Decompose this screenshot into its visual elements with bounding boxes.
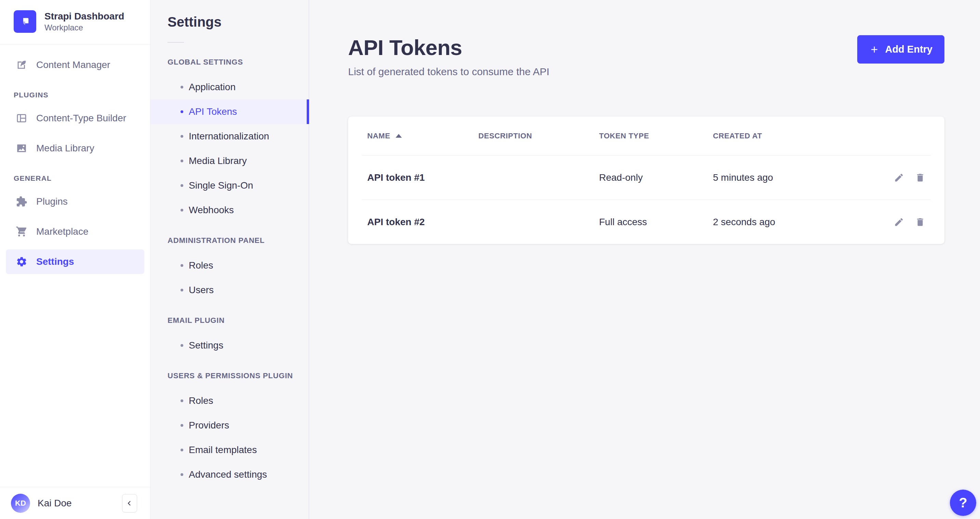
subnav-item-label: Roles	[189, 260, 213, 271]
cell-name: API token #1	[367, 172, 478, 183]
brand-subtitle: Workplace	[45, 23, 124, 32]
add-entry-label: Add Entry	[885, 44, 932, 55]
subnav-item-label: API Tokens	[189, 106, 237, 117]
subnav-section-users-permissions-plugin: USERS & PERMISSIONS PLUGIN	[167, 371, 309, 380]
subnav-item-advanced-settings[interactable]: Advanced settings	[150, 462, 309, 487]
column-header-created-at[interactable]: CREATED AT	[713, 132, 884, 140]
sort-ascending-icon[interactable]	[396, 134, 402, 138]
sidebar-item-label: Content-Type Builder	[36, 113, 126, 124]
edit-token-button[interactable]	[894, 173, 904, 183]
delete-token-button[interactable]	[915, 217, 925, 227]
bullet-icon	[181, 289, 183, 292]
subnav-item-webhooks[interactable]: Webhooks	[150, 198, 309, 222]
user-name: Kai Doe	[38, 498, 115, 509]
subnav-item-admin-users[interactable]: Users	[150, 278, 309, 302]
subnav-item-email-templates[interactable]: Email templates	[150, 438, 309, 462]
trash-icon	[915, 217, 925, 227]
shopping-cart-icon	[16, 226, 27, 238]
column-header-description[interactable]: DESCRIPTION	[478, 132, 599, 140]
page-subtitle: List of generated tokens to consume the …	[348, 66, 549, 78]
subnav-item-email-settings[interactable]: Settings	[150, 333, 309, 358]
subnav-item-application[interactable]: Application	[150, 75, 309, 99]
feather-pen-icon	[16, 59, 27, 71]
subnav-item-label: Single Sign-On	[189, 180, 253, 191]
nav-section-general: GENERAL	[14, 174, 150, 183]
subnav-item-single-sign-on[interactable]: Single Sign-On	[150, 173, 309, 198]
bullet-icon	[181, 399, 183, 402]
cell-created-at: 5 minutes ago	[713, 172, 884, 183]
sidebar-item-media-library[interactable]: Media Library	[6, 136, 144, 160]
page-title: API Tokens	[348, 35, 549, 60]
trash-icon	[915, 173, 925, 183]
nav-list: Content Manager PLUGINS Content-Type Bui…	[0, 44, 150, 274]
bullet-icon	[181, 135, 183, 138]
edit-token-button[interactable]	[894, 217, 904, 227]
main-content: API Tokens List of generated tokens to c…	[309, 0, 980, 519]
sidebar-item-content-type-builder[interactable]: Content-Type Builder	[6, 106, 144, 130]
sidebar-item-label: Settings	[36, 256, 74, 267]
pencil-icon	[894, 217, 904, 227]
sidebar-item-settings[interactable]: Settings	[6, 249, 144, 274]
subnav-item-label: Settings	[189, 340, 223, 351]
subnav-item-label: Webhooks	[189, 205, 234, 216]
bullet-icon	[181, 424, 183, 427]
settings-subnav: Settings GLOBAL SETTINGS Application API…	[150, 0, 309, 519]
sidebar-item-content-manager[interactable]: Content Manager	[6, 52, 144, 77]
bullet-icon	[181, 449, 183, 451]
plus-icon	[869, 44, 880, 55]
sidebar-item-label: Content Manager	[36, 59, 110, 70]
cell-token-type: Read-only	[599, 172, 713, 183]
subnav-item-label: Advanced settings	[189, 469, 267, 480]
table-header-row: NAME DESCRIPTION TOKEN TYPE CREATED AT	[348, 116, 945, 155]
subnav-item-admin-roles[interactable]: Roles	[150, 253, 309, 278]
page-header-text: API Tokens List of generated tokens to c…	[348, 35, 549, 78]
row-actions	[884, 217, 925, 227]
subnav-item-api-tokens[interactable]: API Tokens	[150, 99, 309, 124]
row-actions	[884, 173, 925, 183]
nav-section-plugins: PLUGINS	[14, 91, 150, 99]
add-entry-button[interactable]: Add Entry	[857, 35, 945, 63]
bullet-icon	[181, 344, 183, 347]
bullet-icon	[181, 264, 183, 267]
sidebar-item-label: Media Library	[36, 143, 94, 154]
sidebar-item-marketplace[interactable]: Marketplace	[6, 219, 144, 244]
strapi-glyph	[18, 14, 32, 29]
table-row[interactable]: API token #1 Read-only 5 minutes ago	[348, 156, 945, 200]
gear-icon	[16, 256, 27, 268]
subnav-item-media-library[interactable]: Media Library	[150, 149, 309, 173]
cell-token-type: Full access	[599, 217, 713, 227]
subnav-item-label: Internationalization	[189, 131, 269, 142]
avatar[interactable]: KD	[11, 494, 30, 513]
page-header: API Tokens List of generated tokens to c…	[309, 0, 980, 78]
main-sidebar: Strapi Dashboard Workplace Content Manag…	[0, 0, 150, 519]
bullet-icon	[181, 110, 183, 113]
subnav-section-administration-panel: ADMINISTRATION PANEL	[167, 236, 309, 245]
subnav-item-providers[interactable]: Providers	[150, 413, 309, 438]
bullet-icon	[181, 160, 183, 162]
sidebar-item-label: Plugins	[36, 196, 68, 207]
brand-text: Strapi Dashboard Workplace	[45, 11, 124, 33]
strapi-logo-icon	[14, 10, 36, 33]
subnav-section-email-plugin: EMAIL PLUGIN	[167, 316, 309, 325]
subnav-item-label: Providers	[189, 420, 229, 431]
brand-title: Strapi Dashboard	[45, 11, 124, 22]
subnav-title: Settings	[150, 0, 309, 30]
sidebar-item-label: Marketplace	[36, 226, 89, 237]
image-icon	[16, 143, 27, 154]
column-header-name[interactable]: NAME	[367, 132, 478, 140]
collapse-sidebar-button[interactable]	[122, 494, 137, 513]
nav-footer: KD Kai Doe	[0, 487, 150, 519]
delete-token-button[interactable]	[915, 173, 925, 183]
puzzle-piece-icon	[16, 196, 27, 207]
sidebar-item-plugins[interactable]: Plugins	[6, 189, 144, 214]
bullet-icon	[181, 184, 183, 187]
layout-grid-icon	[16, 113, 27, 124]
table-row[interactable]: API token #2 Full access 2 seconds ago	[348, 200, 945, 244]
column-header-token-type[interactable]: TOKEN TYPE	[599, 132, 713, 140]
column-header-label: NAME	[367, 132, 390, 140]
subnav-item-up-roles[interactable]: Roles	[150, 389, 309, 413]
subnav-item-label: Application	[189, 82, 235, 93]
help-button[interactable]: ?	[950, 490, 976, 516]
subnav-item-label: Roles	[189, 395, 213, 406]
subnav-item-internationalization[interactable]: Internationalization	[150, 124, 309, 149]
